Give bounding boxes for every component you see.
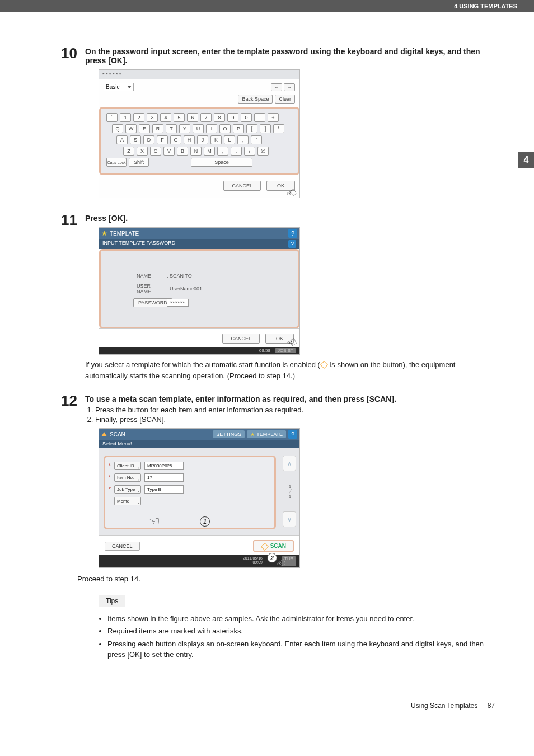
name-label: NAME: [109, 273, 159, 279]
nav-right-button[interactable]: →: [284, 83, 295, 91]
pointer-hand-icon: ☜: [149, 514, 231, 529]
key[interactable]: 7: [200, 113, 212, 122]
key[interactable]: J: [197, 135, 208, 144]
key[interactable]: 2: [133, 113, 144, 122]
page-header: 4 USING TEMPLATES: [0, 0, 534, 12]
key[interactable]: R: [152, 124, 163, 133]
key[interactable]: @: [257, 147, 269, 156]
key[interactable]: G: [170, 135, 181, 144]
step-number: 12: [56, 393, 77, 662]
key[interactable]: A: [116, 135, 128, 144]
key[interactable]: ,: [217, 147, 228, 156]
key[interactable]: H: [184, 135, 195, 144]
scroll-up-button[interactable]: ∧: [283, 456, 296, 471]
key[interactable]: V: [163, 147, 175, 156]
scan-screenshot: SCAN SETTINGS ★TEMPLATE ? Select Menu! *: [99, 428, 300, 568]
cancel-button[interactable]: CANCEL: [105, 542, 140, 551]
key[interactable]: 3: [147, 113, 158, 122]
key[interactable]: Q: [112, 124, 123, 133]
key[interactable]: S: [130, 135, 141, 144]
key[interactable]: 6: [187, 113, 198, 122]
password-masked: * * * * * *: [99, 70, 299, 79]
tip-item: Items shown in the figure above are samp…: [107, 613, 495, 624]
proceed-note: Proceed to step 14.: [77, 574, 495, 585]
required-asterisk: *: [109, 486, 111, 492]
key[interactable]: P: [233, 124, 244, 133]
key[interactable]: 4: [160, 113, 171, 122]
key[interactable]: Y: [179, 124, 190, 133]
memo-button[interactable]: Memo: [114, 497, 141, 505]
client-id-value: MR030P025: [144, 462, 184, 470]
key[interactable]: F: [157, 135, 168, 144]
scroll-down-button[interactable]: ∨: [283, 511, 296, 527]
key[interactable]: U: [193, 124, 204, 133]
item-no-value: 17: [144, 473, 184, 482]
template-password-screenshot: ★TEMPLATE ? INPUT TEMPLATE PASSWORD ? NA…: [99, 227, 300, 355]
key[interactable]: D: [143, 135, 154, 144]
key[interactable]: 1: [120, 113, 131, 122]
clear-button[interactable]: Clear: [275, 95, 295, 104]
space-key[interactable]: Space: [191, 158, 252, 167]
shift-key[interactable]: Shift: [129, 158, 149, 167]
key[interactable]: 8: [214, 113, 225, 122]
step-12: 12 To use a meta scan template, enter in…: [56, 393, 495, 662]
key-row-1: ` 1 2 3 4 5 6 7 8 9 0 - +: [106, 113, 292, 122]
key[interactable]: ]: [260, 124, 271, 133]
diamond-icon: [320, 361, 328, 369]
cancel-button[interactable]: CANCEL: [222, 334, 260, 344]
key[interactable]: X: [137, 147, 148, 156]
key[interactable]: \: [273, 124, 284, 133]
key[interactable]: C: [150, 147, 161, 156]
key[interactable]: E: [139, 124, 150, 133]
key[interactable]: /: [244, 147, 255, 156]
key[interactable]: O: [219, 124, 231, 133]
key[interactable]: -: [254, 113, 265, 122]
settings-tab[interactable]: SETTINGS: [213, 430, 245, 438]
step-10: 10 On the password input screen, enter t…: [56, 46, 495, 203]
key[interactable]: `: [106, 113, 118, 122]
key[interactable]: +: [268, 113, 279, 122]
key[interactable]: I: [206, 124, 217, 133]
help-icon[interactable]: ?: [288, 229, 297, 238]
key[interactable]: 5: [174, 113, 185, 122]
step-title: Press [OK].: [85, 214, 495, 223]
job-type-button[interactable]: Job Type: [114, 485, 141, 494]
key[interactable]: T: [166, 124, 177, 133]
key[interactable]: B: [177, 147, 188, 156]
key[interactable]: K: [210, 135, 222, 144]
template-tab[interactable]: ★TEMPLATE: [247, 430, 286, 438]
username-label: USER NAME: [109, 283, 159, 294]
item-no-button[interactable]: Item No.: [114, 473, 141, 482]
key[interactable]: ': [251, 135, 262, 144]
backspace-button[interactable]: Back Space: [238, 95, 273, 104]
page-number: 87: [488, 702, 495, 710]
cancel-button[interactable]: CANCEL: [223, 181, 261, 191]
step-11: 11 Press [OK]. ★TEMPLATE ? INPUT TEMPLAT…: [56, 213, 495, 383]
tips-heading: Tips: [99, 595, 125, 607]
page-footer: Using Scan Templates 87: [56, 696, 495, 710]
scan-button-label: SCAN: [270, 543, 286, 549]
client-id-button[interactable]: Client ID: [114, 462, 141, 470]
key[interactable]: L: [224, 135, 235, 144]
key[interactable]: Z: [123, 147, 134, 156]
scan-button[interactable]: SCAN: [253, 540, 294, 552]
required-asterisk: *: [109, 475, 111, 481]
keyboard-screenshot: * * * * * * Basic ← →: [99, 69, 300, 198]
name-value: : SCAN TO: [167, 273, 192, 279]
key[interactable]: 0: [241, 113, 252, 122]
help-icon[interactable]: ?: [288, 240, 296, 248]
key[interactable]: N: [190, 147, 202, 156]
substep-1: Press the button for each item and enter…: [95, 406, 495, 414]
key[interactable]: ;: [237, 135, 249, 144]
dropdown-label: Basic: [106, 84, 119, 90]
layout-dropdown[interactable]: Basic: [104, 83, 134, 91]
key[interactable]: W: [125, 124, 137, 133]
key[interactable]: 9: [227, 113, 238, 122]
nav-left-button[interactable]: ←: [271, 83, 282, 91]
footer-title: Using Scan Templates: [411, 702, 477, 710]
capslock-key[interactable]: Caps Lock: [106, 158, 127, 167]
key[interactable]: .: [231, 147, 242, 156]
key[interactable]: M: [204, 147, 215, 156]
help-icon[interactable]: ?: [288, 430, 297, 439]
key[interactable]: [: [246, 124, 257, 133]
